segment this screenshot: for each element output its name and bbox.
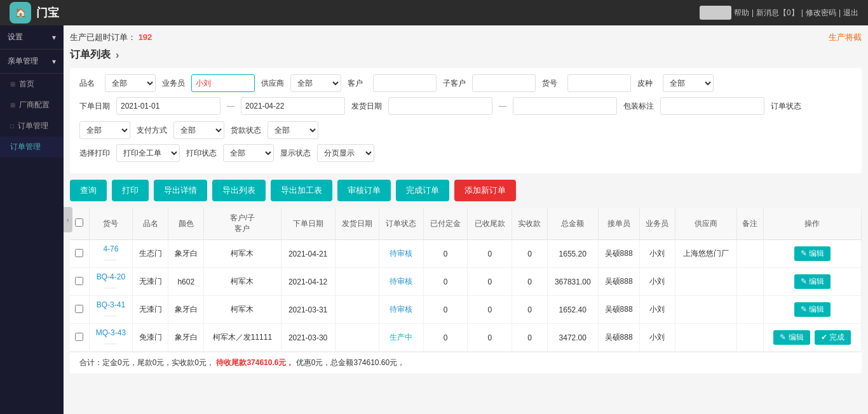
export-process-button[interactable]: 导出加工表 — [271, 180, 332, 201]
edit-button[interactable]: ✎ 编辑 — [794, 246, 831, 261]
sidebar-item-order-mgmt-sub[interactable]: □ 订单管理 — [0, 116, 64, 137]
row-balance: 0 — [468, 240, 512, 268]
th-order-date: 下单日期 — [281, 208, 335, 240]
filter-row-1: 品名 全部 业务员 供应商 全部 客户 子客户 货号 皮种 全部 — [79, 74, 852, 92]
display-select[interactable]: 分页显示 — [317, 144, 374, 162]
summary-highlight: 待收尾款374610.6元， — [216, 358, 294, 367]
pack-input[interactable] — [660, 97, 764, 115]
salesman-input[interactable] — [191, 74, 255, 92]
sidebar-item-order-mgmt-top[interactable]: 亲单管理 ▾ — [0, 50, 64, 74]
select-all-checkbox[interactable] — [75, 218, 83, 227]
row-supplier — [675, 296, 736, 324]
order-date-to-input[interactable] — [241, 97, 345, 115]
payment-label: 支付方式 — [137, 125, 167, 136]
ship-date-to-input[interactable] — [513, 97, 617, 115]
row-deposit: 0 — [423, 296, 468, 324]
row-total: 1652.40 — [547, 296, 598, 324]
row-checkbox[interactable] — [75, 305, 83, 313]
row-checkbox-cell — [70, 324, 89, 352]
sidebar-item-vendor-config[interactable]: ⊞ 厂商配置 — [0, 95, 64, 116]
order-active-label: 订单管理 — [10, 142, 41, 152]
subcustomer-input[interactable] — [472, 74, 536, 92]
print-status-select[interactable]: 全部 — [223, 144, 274, 162]
row-actions: ✎ 编辑 ✔ 完成 — [763, 324, 861, 352]
sidebar: 设置 ▾ 亲单管理 ▾ ⊞ 首页 ⊞ 厂商配置 □ 订单管理 订单管理 — [0, 25, 64, 414]
sku-link[interactable]: MQ-3-43 — [96, 328, 126, 337]
logout-link[interactable]: 退出 — [843, 8, 858, 18]
messages-link[interactable]: 新消息【0】 — [756, 8, 799, 18]
row-checkbox[interactable] — [75, 333, 83, 341]
th-salesman: 业务员 — [639, 208, 675, 240]
row-order-date: 2021-04-12 — [281, 268, 335, 296]
edit-button[interactable]: ✎ 编辑 — [794, 274, 831, 289]
row-status: 待审核 — [379, 240, 424, 268]
edit-button[interactable]: ✎ 编辑 — [794, 302, 831, 317]
add-order-button[interactable]: 添加新订单 — [454, 180, 516, 201]
export-detail-button[interactable]: 导出详情 — [154, 180, 207, 201]
row-checkbox[interactable] — [75, 249, 83, 257]
row-remark — [736, 268, 763, 296]
supplier-select[interactable]: 全部 — [290, 74, 341, 92]
change-password-link[interactable]: 修改密码 — [806, 8, 836, 18]
row-checkbox-cell — [70, 268, 89, 296]
row-balance: 0 — [468, 324, 512, 352]
action-bar: 查询 打印 导出详情 导出列表 导出加工表 审核订单 完成订单 添加新订单 — [70, 180, 862, 201]
row-balance: 0 — [468, 268, 512, 296]
filter-row-2: 下单日期 — 发货日期 — 包装标注 订单状态 全部 支付方式 全部 货款状态 — [79, 97, 852, 139]
audit-button[interactable]: 审核订单 — [337, 180, 391, 201]
print-select[interactable]: 打印全工单 — [116, 144, 180, 162]
print-button[interactable]: 打印 — [112, 180, 149, 201]
row-remark — [736, 240, 763, 268]
summary-bar: 合计：定金0元，尾款0元，实收款0元， 待收尾款374610.6元， 优惠0元，… — [70, 352, 862, 373]
row-checkbox[interactable] — [75, 277, 83, 285]
edit-button[interactable]: ✎ 编辑 — [773, 330, 810, 345]
row-color: 象牙白 — [168, 324, 204, 352]
pack-label: 包装标注 — [623, 101, 654, 112]
row-actions: ✎ 编辑 — [763, 268, 861, 296]
vendor-label: 厂商配置 — [19, 100, 50, 110]
th-supplier: 供应商 — [675, 208, 736, 240]
table-row: BQ-3-41﹏﹏ 无漆门 象牙白 柯军木 2021-03-31 待审核 0 0… — [70, 296, 862, 324]
sidebar-item-settings[interactable]: 设置 ▾ — [0, 25, 64, 50]
query-button[interactable]: 查询 — [70, 180, 107, 201]
complete-order-button[interactable]: 完成订单 — [396, 180, 449, 201]
th-sku: 货号 — [89, 208, 133, 240]
ship-date-from-input[interactable] — [388, 97, 492, 115]
row-supplier — [675, 324, 736, 352]
export-list-button[interactable]: 导出列表 — [212, 180, 266, 201]
sku-link[interactable]: BQ-3-41 — [97, 300, 125, 309]
skin-select[interactable]: 全部 — [663, 74, 714, 92]
order-date-from-input[interactable] — [116, 97, 220, 115]
row-total: 1655.20 — [547, 240, 598, 268]
row-total: 367831.00 — [547, 268, 598, 296]
page-title-bar: 订单列表 › — [70, 48, 862, 62]
th-receiver: 接单员 — [598, 208, 639, 240]
print-select-label: 选择打印 — [79, 148, 110, 159]
sku-link[interactable]: 4-76 — [103, 244, 118, 253]
help-link[interactable]: 帮助 — [734, 8, 749, 18]
sidebar-item-order-mgmt-active[interactable]: 订单管理 — [0, 137, 64, 157]
customer-input[interactable] — [373, 74, 437, 92]
row-ship-date — [335, 268, 379, 296]
salesman-label: 业务员 — [162, 78, 185, 89]
overdue-count-link[interactable]: 192 — [139, 32, 153, 42]
credit-select[interactable]: 全部 — [268, 121, 318, 139]
payment-select[interactable]: 全部 — [173, 121, 224, 139]
table-header-row: 货号 品名 颜色 客户/子客户 下单日期 发货日期 订单状态 已付定金 已收尾款… — [70, 208, 862, 240]
table-row: 4-76﹏﹏ 生态门 象牙白 柯军木 2021-04-21 待审核 0 0 0 … — [70, 240, 862, 268]
sku-input[interactable] — [567, 74, 631, 92]
sidebar-collapse-handle[interactable]: ‹ — [64, 207, 72, 232]
sku-label: 货号 — [542, 78, 561, 89]
customer-label: 客户 — [348, 78, 367, 89]
sidebar-item-home[interactable]: ⊞ 首页 — [0, 74, 64, 95]
upcoming-text: 生产将截 — [829, 32, 862, 43]
table-body: 4-76﹏﹏ 生态门 象牙白 柯军木 2021-04-21 待审核 0 0 0 … — [70, 240, 862, 352]
row-received: 0 — [512, 240, 548, 268]
order-status-select[interactable]: 全部 — [79, 121, 130, 139]
complete-button[interactable]: ✔ 完成 — [815, 330, 851, 345]
pin-select[interactable]: 全部 — [105, 74, 156, 92]
order-icon: □ — [10, 123, 14, 130]
credit-label: 货款状态 — [231, 125, 261, 136]
sku-link[interactable]: BQ-4-20 — [97, 272, 125, 281]
th-status: 订单状态 — [379, 208, 424, 240]
